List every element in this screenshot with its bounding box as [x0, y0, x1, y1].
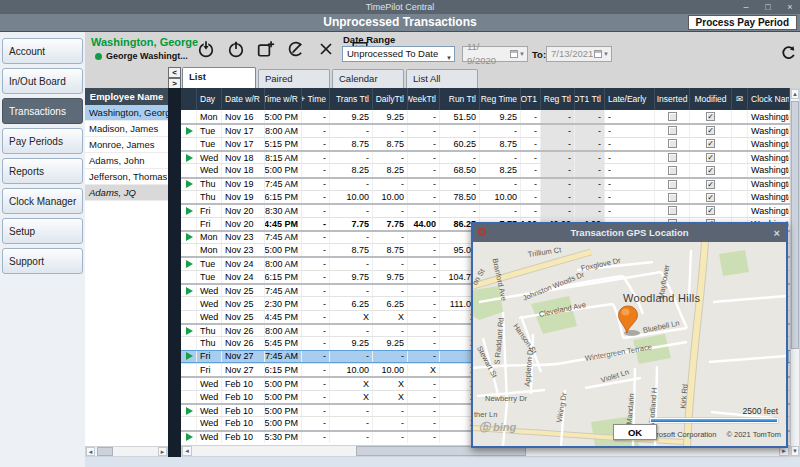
col-header-run-ttl[interactable]: Run Ttl	[440, 88, 480, 110]
sidebar-item-reports[interactable]: Reports	[2, 158, 83, 184]
col-header-modified[interactable]: Modified	[690, 88, 732, 110]
employee-horizontal-scrollbar[interactable]: ◄ ►	[85, 446, 168, 457]
scroll-up-icon[interactable]: ▲	[791, 89, 799, 99]
cell-marker	[181, 232, 197, 243]
insert-transaction-icon[interactable]	[255, 38, 277, 60]
transaction-row[interactable]: FriNov 208:30 AM----------✓Washington	[181, 203, 790, 216]
modified-checkbox[interactable]: ✓	[706, 112, 715, 121]
ok-button[interactable]: OK	[613, 424, 657, 440]
scroll-left-icon[interactable]: ◄	[182, 446, 192, 456]
clock-out-icon[interactable]	[225, 38, 247, 60]
modified-checkbox[interactable]: ✓	[706, 126, 715, 135]
cell-trans: -	[330, 205, 373, 216]
modified-checkbox[interactable]: ✓	[706, 206, 715, 215]
col-header-date-w-r[interactable]: Date w/R	[222, 88, 265, 110]
col-header-dailyttl[interactable]: DailyTtl	[373, 88, 408, 110]
col-header-marker[interactable]	[181, 88, 197, 110]
transaction-row[interactable]: MonNov 165:00 PM-9.259.25-51.509.25----✓…	[181, 110, 790, 123]
transaction-row[interactable]: TueNov 178:00 AM----------✓Washington	[181, 123, 790, 136]
close-icon[interactable]: ×	[774, 224, 780, 242]
cell-time: 7:45 AM	[265, 232, 302, 243]
date-from-field[interactable]: 11/ 9/2020 ▼	[462, 46, 528, 62]
inserted-checkbox[interactable]	[668, 112, 677, 121]
modified-checkbox[interactable]: ✓	[706, 180, 715, 189]
gps-location-dialog: Transaction GPS Location ×	[471, 222, 788, 448]
cell-day: Wed	[197, 432, 222, 443]
col-header-day[interactable]: Day	[197, 88, 222, 110]
col-header-time-w-r[interactable]: Time w/R	[265, 88, 302, 110]
inserted-checkbox[interactable]	[668, 139, 677, 148]
date-to-field[interactable]: 7/13/2021 ▼	[546, 46, 612, 62]
col-header-ot1[interactable]: OT1	[521, 88, 541, 110]
map-canvas[interactable]: on StBranford AveTrillium CtMayflowerFox…	[473, 242, 786, 446]
employee-row[interactable]: Adams, John	[85, 153, 168, 169]
employee-row[interactable]: Washington, George	[85, 105, 168, 121]
refresh-icon[interactable]	[778, 43, 798, 63]
transaction-row[interactable]: ThuNov 197:45 AM----------✓Washington	[181, 177, 790, 190]
sidebar-item-in-out-board[interactable]: In/Out Board	[2, 68, 83, 94]
col-header-inserted[interactable]: Inserted	[655, 88, 690, 110]
modified-checkbox[interactable]: ✓	[706, 166, 715, 175]
col-header-weekttl[interactable]: WeekTtl	[408, 88, 440, 110]
col-header-time[interactable]: + Time	[302, 88, 330, 110]
cell-daily: 8.25	[373, 164, 408, 176]
bing-logo: ⓑ bing	[479, 420, 516, 435]
sidebar-item-account[interactable]: Account	[2, 38, 83, 64]
modified-checkbox[interactable]: ✓	[706, 139, 715, 148]
restore-icon[interactable]: □	[762, 0, 774, 14]
sidebar-item-transactions[interactable]: Transactions	[2, 98, 83, 124]
cell-ot1: -	[521, 191, 541, 203]
modified-checkbox[interactable]: ✓	[706, 193, 715, 202]
employee-row[interactable]: Adams, JQ	[85, 185, 168, 201]
delete-transaction-icon[interactable]	[315, 38, 337, 60]
minimize-icon[interactable]: –	[740, 0, 752, 14]
scroll-down-icon[interactable]: ▼	[791, 446, 799, 456]
col-header-reg-ttl[interactable]: Reg Ttl	[541, 88, 575, 110]
col-header-trans-ttl[interactable]: Trans Ttl	[330, 88, 373, 110]
inserted-checkbox[interactable]	[668, 153, 677, 162]
clock-in-icon[interactable]	[195, 38, 217, 60]
modified-checkbox[interactable]: ✓	[706, 153, 715, 162]
tab-calendar[interactable]: Calendar	[332, 69, 404, 88]
cell-date: Nov 25	[222, 285, 265, 296]
tab-list[interactable]: List	[182, 67, 256, 88]
envelope-icon[interactable]: ✉	[732, 88, 748, 110]
transaction-row[interactable]: TueNov 175:15 PM-8.758.75-60.258.75----✓…	[181, 137, 790, 150]
inserted-checkbox[interactable]	[668, 206, 677, 215]
cell-trans: X	[330, 311, 373, 323]
edit-transaction-icon[interactable]	[285, 38, 307, 60]
scroll-left-icon[interactable]: ◄	[86, 447, 95, 456]
process-pay-period-button[interactable]: Process Pay Period	[688, 15, 797, 30]
employee-row[interactable]: Jefferson, Thomas	[85, 169, 168, 185]
employee-row[interactable]: Monroe, James	[85, 137, 168, 153]
tab-paired[interactable]: Paired	[258, 69, 330, 88]
col-header-clock-name[interactable]: Clock Name	[748, 88, 790, 110]
inserted-checkbox[interactable]	[668, 166, 677, 175]
col-header-late-early[interactable]: Late/Early	[605, 88, 655, 110]
cell-week: -	[408, 285, 440, 296]
sidebar-item-pay-periods[interactable]: Pay Periods	[2, 128, 83, 154]
col-header-ot1-ttl[interactable]: OT1 Ttl	[575, 88, 605, 110]
sidebar-item-setup[interactable]: Setup	[2, 218, 83, 244]
inserted-checkbox[interactable]	[668, 180, 677, 189]
sidebar-item-clock-manager[interactable]: Clock Manager	[2, 188, 83, 214]
scrollbar-thumb[interactable]	[97, 447, 113, 456]
tab-list-all[interactable]: List All	[406, 69, 478, 88]
employee-row[interactable]: Madison, James	[85, 121, 168, 137]
table-vertical-scrollbar[interactable]: ▲ ▼	[790, 88, 800, 457]
close-icon[interactable]: ×	[784, 0, 796, 14]
date-range-select[interactable]: Unprocessed To Date ▼	[342, 46, 455, 62]
scroll-right-icon[interactable]: ►	[158, 447, 167, 456]
transaction-row[interactable]: WedNov 188:15 AM----------✓Washington	[181, 150, 790, 163]
transaction-row[interactable]: WedNov 185:00 PM-8.258.25-68.508.25----✓…	[181, 163, 790, 176]
scrollbar-thumb[interactable]	[791, 101, 799, 349]
cell-marker	[181, 432, 197, 443]
inserted-checkbox[interactable]	[668, 193, 677, 202]
sidebar-item-support[interactable]: Support	[2, 248, 83, 274]
cell-marker	[181, 152, 197, 163]
transaction-row[interactable]: ThuNov 196:15 PM-10.0010.00-78.5010.00--…	[181, 190, 790, 203]
collapse-panel-button[interactable]: <	[168, 67, 181, 78]
chevron-down-icon: ▼	[519, 47, 525, 61]
inserted-checkbox[interactable]	[668, 126, 677, 135]
col-header-reg-time[interactable]: Reg Time	[480, 88, 521, 110]
